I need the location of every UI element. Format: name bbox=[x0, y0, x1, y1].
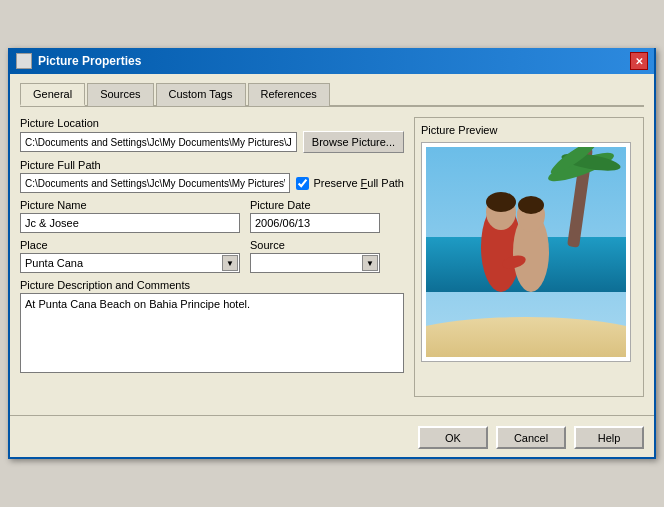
picture-location-input[interactable] bbox=[20, 132, 297, 152]
picture-name-label: Picture Name bbox=[20, 199, 240, 211]
name-date-row: Picture Name Picture Date bbox=[20, 199, 404, 233]
tab-sources[interactable]: Sources bbox=[87, 83, 153, 106]
picture-location-row: Browse Picture... bbox=[20, 131, 404, 153]
place-source-row: Place Punta Cana ▼ Source bbox=[20, 239, 404, 273]
preserve-full-path-label: Preserve Full Path bbox=[313, 177, 404, 189]
close-button[interactable]: ✕ bbox=[630, 52, 648, 70]
place-col: Place Punta Cana ▼ bbox=[20, 239, 240, 273]
place-select[interactable]: Punta Cana bbox=[20, 253, 240, 273]
date-col: Picture Date bbox=[250, 199, 380, 233]
browse-button[interactable]: Browse Picture... bbox=[303, 131, 404, 153]
title-bar-content: Picture Properties bbox=[16, 53, 141, 69]
dialog-body: General Sources Custom Tags References P… bbox=[10, 74, 654, 407]
picture-full-path-input[interactable] bbox=[20, 173, 290, 193]
main-content: Picture Location Browse Picture... Pictu… bbox=[20, 117, 644, 397]
picture-full-path-label: Picture Full Path bbox=[20, 159, 404, 171]
tab-references[interactable]: References bbox=[248, 83, 330, 106]
source-select-wrapper: ▼ bbox=[250, 253, 380, 273]
tab-custom-tags[interactable]: Custom Tags bbox=[156, 83, 246, 106]
title-bar: Picture Properties ✕ bbox=[10, 48, 654, 74]
description-label: Picture Description and Comments bbox=[20, 279, 404, 291]
svg-point-9 bbox=[486, 192, 516, 212]
bottom-buttons: OK Cancel Help bbox=[10, 415, 654, 457]
tab-general[interactable]: General bbox=[20, 83, 85, 106]
name-col: Picture Name bbox=[20, 199, 240, 233]
ok-button[interactable]: OK bbox=[418, 426, 488, 449]
svg-point-2 bbox=[426, 317, 626, 357]
cancel-button[interactable]: Cancel bbox=[496, 426, 566, 449]
dialog-title: Picture Properties bbox=[38, 54, 141, 68]
picture-date-label: Picture Date bbox=[250, 199, 380, 211]
picture-properties-dialog: Picture Properties ✕ General Sources Cus… bbox=[8, 48, 656, 459]
picture-name-input[interactable] bbox=[20, 213, 240, 233]
picture-full-path-row: Preserve Full Path bbox=[20, 173, 404, 193]
picture-preview-box bbox=[421, 142, 631, 362]
source-col: Source ▼ bbox=[250, 239, 380, 273]
place-select-wrapper: Punta Cana ▼ bbox=[20, 253, 240, 273]
picture-location-label: Picture Location bbox=[20, 117, 404, 129]
preserve-path-row: Preserve Full Path bbox=[296, 177, 404, 190]
source-select[interactable] bbox=[250, 253, 380, 273]
picture-preview-image bbox=[426, 147, 626, 357]
left-panel: Picture Location Browse Picture... Pictu… bbox=[20, 117, 404, 397]
picture-date-input[interactable] bbox=[250, 213, 380, 233]
description-border: At Punta Cana Beach on Bahia Principe ho… bbox=[20, 293, 404, 373]
help-button[interactable]: Help bbox=[574, 426, 644, 449]
picture-preview-label: Picture Preview bbox=[421, 124, 637, 136]
tabs-container: General Sources Custom Tags References bbox=[20, 82, 644, 107]
place-label: Place bbox=[20, 239, 240, 251]
description-text: At Punta Cana Beach on Bahia Principe ho… bbox=[25, 298, 399, 310]
right-panel: Picture Preview bbox=[414, 117, 644, 397]
preserve-full-path-checkbox[interactable] bbox=[296, 177, 309, 190]
dialog-icon bbox=[16, 53, 32, 69]
svg-point-12 bbox=[518, 196, 544, 214]
source-label: Source bbox=[250, 239, 380, 251]
